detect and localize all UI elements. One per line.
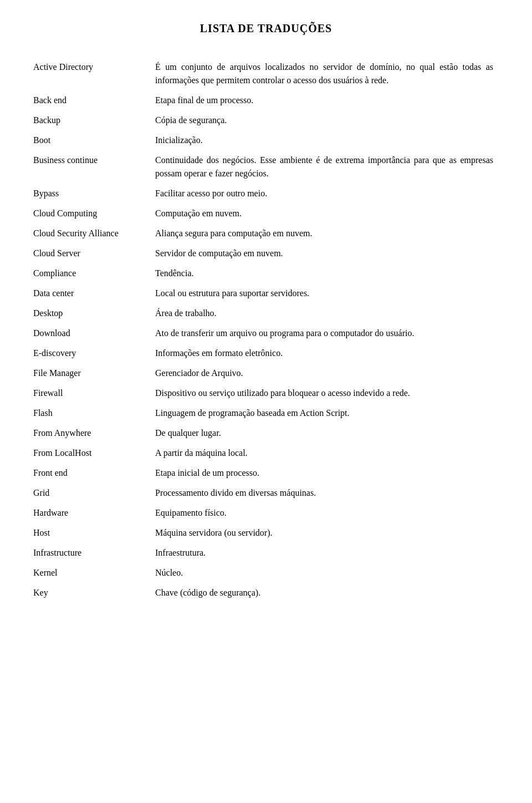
definition-cell: Processamento divido em diversas máquina… (155, 483, 499, 503)
term-cell: Back end (33, 90, 155, 110)
term-cell: E-discovery (33, 343, 155, 363)
definition-cell: Servidor de computação em nuvem. (155, 243, 499, 263)
definition-cell: Aliança segura para computação em nuvem. (155, 223, 499, 243)
term-cell: Backup (33, 110, 155, 130)
term-cell: Infrastructure (33, 543, 155, 563)
definition-cell: Equipamento físico. (155, 503, 499, 523)
definition-cell: Inicialização. (155, 130, 499, 150)
table-row: From LocalHostA partir da máquina local. (33, 443, 499, 463)
table-row: HostMáquina servidora (ou servidor). (33, 523, 499, 543)
table-row: KernelNúcleo. (33, 563, 499, 583)
table-row: KeyChave (código de segurança). (33, 583, 499, 603)
definition-cell: Área de trabalho. (155, 303, 499, 323)
definition-cell: Local ou estrutura para suportar servido… (155, 283, 499, 303)
definition-cell: Continuidade dos negócios. Esse ambiente… (155, 150, 499, 184)
term-cell: Bypass (33, 184, 155, 204)
table-row: Data centerLocal ou estrutura para supor… (33, 283, 499, 303)
term-cell: Business continue (33, 150, 155, 184)
term-cell: Flash (33, 403, 155, 423)
table-row: File ManagerGerenciador de Arquivo. (33, 363, 499, 383)
definition-cell: Facilitar acesso por outro meio. (155, 184, 499, 204)
term-cell: Firewall (33, 383, 155, 403)
definition-cell: De qualquer lugar. (155, 423, 499, 443)
translation-table: Active DirectoryÉ um conjunto de arquivo… (33, 57, 499, 603)
table-row: HardwareEquipamento físico. (33, 503, 499, 523)
term-cell: File Manager (33, 363, 155, 383)
table-row: Cloud Security AllianceAliança segura pa… (33, 223, 499, 243)
term-cell: Boot (33, 130, 155, 150)
table-row: Front endEtapa inicial de um processo. (33, 463, 499, 483)
term-cell: Data center (33, 283, 155, 303)
term-cell: Key (33, 583, 155, 603)
definition-cell: Linguagem de programação baseada em Acti… (155, 403, 499, 423)
table-row: Business continueContinuidade dos negóci… (33, 150, 499, 184)
table-row: Back endEtapa final de um processo. (33, 90, 499, 110)
definition-cell: Computação em nuvem. (155, 204, 499, 223)
term-cell: Download (33, 323, 155, 343)
definition-cell: Gerenciador de Arquivo. (155, 363, 499, 383)
definition-cell: Máquina servidora (ou servidor). (155, 523, 499, 543)
table-row: Cloud ServerServidor de computação em nu… (33, 243, 499, 263)
term-cell: Host (33, 523, 155, 543)
table-row: DesktopÁrea de trabalho. (33, 303, 499, 323)
definition-cell: Chave (código de segurança). (155, 583, 499, 603)
definition-cell: Etapa final de um processo. (155, 90, 499, 110)
definition-cell: Etapa inicial de um processo. (155, 463, 499, 483)
table-row: FirewallDispositivo ou serviço utilizado… (33, 383, 499, 403)
definition-cell: Infraestrutura. (155, 543, 499, 563)
term-cell: Grid (33, 483, 155, 503)
table-row: Active DirectoryÉ um conjunto de arquivo… (33, 57, 499, 90)
term-cell: Active Directory (33, 57, 155, 90)
term-cell: Front end (33, 463, 155, 483)
definition-cell: Núcleo. (155, 563, 499, 583)
term-cell: Compliance (33, 263, 155, 283)
definition-cell: Dispositivo ou serviço utilizado para bl… (155, 383, 499, 403)
term-cell: Cloud Server (33, 243, 155, 263)
term-cell: From Anywhere (33, 423, 155, 443)
term-cell: Kernel (33, 563, 155, 583)
table-row: From AnywhereDe qualquer lugar. (33, 423, 499, 443)
table-row: GridProcessamento divido em diversas máq… (33, 483, 499, 503)
definition-cell: Cópia de segurança. (155, 110, 499, 130)
page-title: LISTA DE TRADUÇÕES (33, 22, 499, 35)
term-cell: Cloud Computing (33, 204, 155, 223)
term-cell: Desktop (33, 303, 155, 323)
definition-cell: Informações em formato eletrônico. (155, 343, 499, 363)
term-cell: Hardware (33, 503, 155, 523)
table-row: Cloud ComputingComputação em nuvem. (33, 204, 499, 223)
table-row: DownloadAto de transferir um arquivo ou … (33, 323, 499, 343)
definition-cell: Ato de transferir um arquivo ou programa… (155, 323, 499, 343)
term-cell: Cloud Security Alliance (33, 223, 155, 243)
table-row: FlashLinguagem de programação baseada em… (33, 403, 499, 423)
definition-cell: A partir da máquina local. (155, 443, 499, 463)
table-row: E-discoveryInformações em formato eletrô… (33, 343, 499, 363)
table-row: BootInicialização. (33, 130, 499, 150)
table-row: ComplianceTendência. (33, 263, 499, 283)
definition-cell: Tendência. (155, 263, 499, 283)
table-row: BackupCópia de segurança. (33, 110, 499, 130)
table-row: InfrastructureInfraestrutura. (33, 543, 499, 563)
table-row: BypassFacilitar acesso por outro meio. (33, 184, 499, 204)
term-cell: From LocalHost (33, 443, 155, 463)
definition-cell: É um conjunto de arquivos localizados no… (155, 57, 499, 90)
